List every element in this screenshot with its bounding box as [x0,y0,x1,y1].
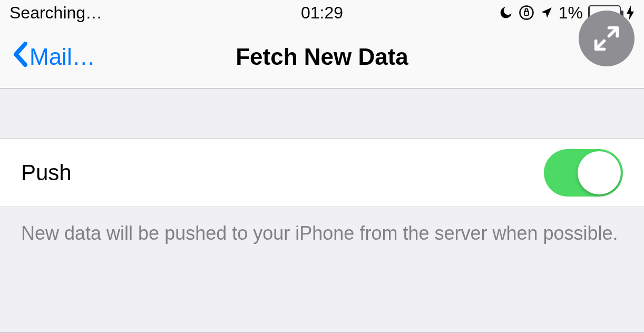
location-icon [540,6,553,19]
push-footer-text: New data will be pushed to your iPhone f… [0,207,644,260]
nav-bar: Mail… Fetch New Data [0,25,644,89]
toggle-knob [578,151,621,194]
push-row: Push [0,139,644,207]
moon-icon [499,5,513,20]
status-bar: Searching… 01:29 1% [0,0,644,25]
push-toggle[interactable] [544,149,623,197]
expand-button[interactable] [579,11,635,66]
svg-point-0 [520,6,533,19]
page-title: Fetch New Data [0,44,644,70]
svg-rect-1 [524,12,529,16]
charging-icon [626,5,635,20]
back-label: Mail… [30,44,95,70]
back-button[interactable]: Mail… [13,42,95,72]
orientation-lock-icon [519,5,534,21]
push-label: Push [21,160,72,185]
section-gap [0,89,644,139]
chevron-left-icon [13,42,27,72]
carrier-text: Searching… [9,3,102,23]
battery-percent: 1% [559,3,583,23]
